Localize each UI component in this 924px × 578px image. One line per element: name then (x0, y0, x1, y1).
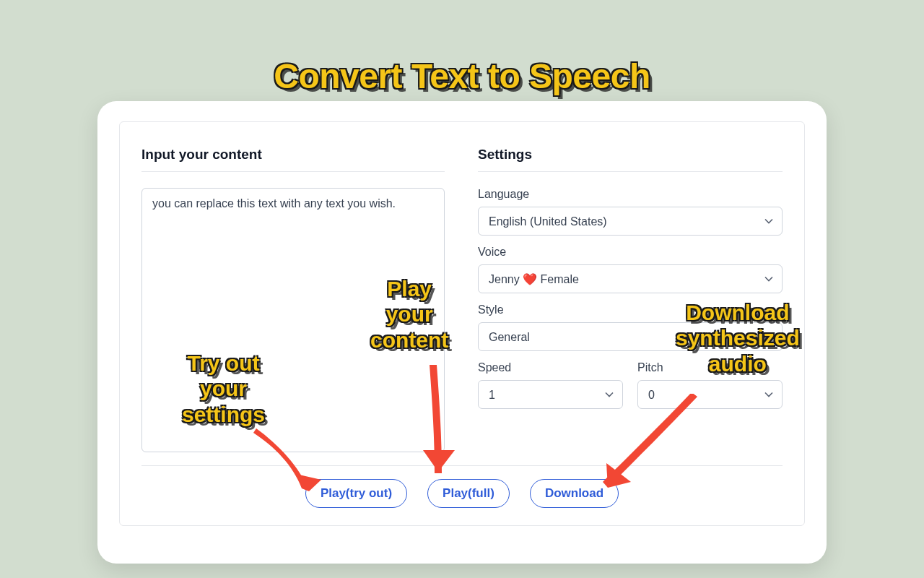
arrow-download-icon (586, 394, 709, 509)
input-heading: Input your content (141, 147, 445, 172)
speed-label: Speed (478, 361, 623, 374)
page-title-annotation: Convert Text to Speech (274, 56, 650, 96)
annotation-play-content: Play your content (370, 276, 448, 353)
language-select[interactable]: English (United States) (478, 207, 783, 236)
annotation-try-out: Try out your settings (182, 350, 265, 427)
voice-select[interactable]: Jenny ❤️ Female (478, 264, 783, 293)
arrow-try-out-icon (245, 426, 346, 513)
settings-heading: Settings (478, 147, 783, 172)
arrow-play-full-icon (413, 365, 471, 495)
language-label: Language (478, 188, 783, 201)
voice-label: Voice (478, 246, 783, 259)
annotation-download-audio: Download synthesized audio (676, 300, 800, 376)
